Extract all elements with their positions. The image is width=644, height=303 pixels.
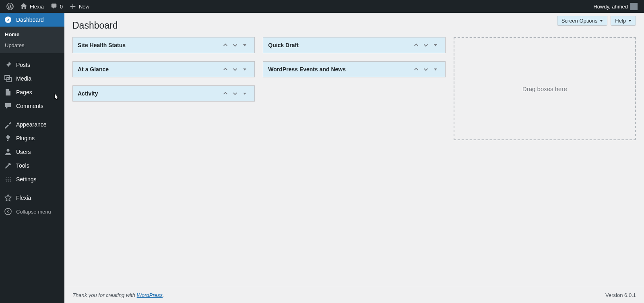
move-down-button[interactable] — [230, 40, 240, 50]
sidebar-subitem-home[interactable]: Home — [0, 29, 64, 40]
sidebar-item-label: Flexia — [16, 195, 31, 201]
plus-icon — [69, 3, 76, 10]
sidebar-item-label: Dashboard — [16, 17, 44, 23]
collapse-icon — [4, 208, 12, 216]
site-name-menu[interactable]: Flexia — [17, 0, 47, 13]
chevron-down-icon — [600, 20, 603, 22]
sidebar-item-pages[interactable]: Pages — [0, 85, 64, 99]
avatar — [630, 3, 638, 10]
dashboard-widgets: Site Health Status At a Glance — [72, 37, 636, 140]
comment-count: 0 — [60, 4, 63, 10]
widget-column-1: Site Health Status At a Glance — [72, 37, 255, 102]
sidebar-item-label: Plugins — [16, 135, 35, 141]
pin-icon — [4, 61, 12, 69]
page-title: Dashboard — [72, 13, 636, 37]
caret-down-icon — [434, 68, 437, 71]
sidebar-item-appearance[interactable]: Appearance — [0, 118, 64, 131]
new-label: New — [79, 4, 89, 10]
sidebar-item-label: Appearance — [16, 121, 47, 128]
caret-down-icon — [243, 44, 246, 46]
plugins-icon — [4, 134, 12, 142]
comments-icon — [4, 102, 12, 110]
widget-title: Site Health Status — [78, 42, 221, 48]
wordpress-link[interactable]: WordPress — [137, 292, 163, 298]
footer: Thank you for creating with WordPress. V… — [64, 287, 644, 303]
widget-title: WordPress Events and News — [268, 66, 411, 73]
widget-activity[interactable]: Activity — [72, 85, 255, 102]
sidebar-item-settings[interactable]: Settings — [0, 172, 64, 186]
move-up-button[interactable] — [221, 89, 230, 98]
tools-icon — [4, 162, 12, 170]
collapse-menu-button[interactable]: Collapse menu — [0, 205, 64, 218]
help-button[interactable]: Help — [611, 16, 636, 26]
move-up-button[interactable] — [221, 64, 230, 74]
sidebar-item-users[interactable]: Users — [0, 145, 64, 159]
move-down-button[interactable] — [230, 89, 240, 98]
widget-column-3-dropzone[interactable]: Drag boxes here — [454, 37, 636, 140]
caret-down-icon — [243, 93, 246, 95]
widget-title: Activity — [78, 90, 221, 97]
admin-bar: Flexia 0 New Howdy, ahmed — [0, 0, 644, 13]
move-up-button[interactable] — [221, 40, 230, 50]
main-content: Screen Options Help Dashboard Site Healt… — [64, 13, 644, 303]
toggle-panel-button[interactable] — [431, 64, 440, 74]
move-down-button[interactable] — [230, 64, 240, 74]
chevron-down-icon — [628, 20, 632, 22]
sidebar-item-label: Tools — [16, 162, 29, 169]
sidebar-item-dashboard[interactable]: Dashboard — [0, 13, 64, 27]
page-icon — [4, 88, 12, 96]
new-content-menu[interactable]: New — [66, 0, 93, 13]
widget-column-2: Quick Draft WordPress Events and News — [263, 37, 445, 77]
comments-menu[interactable]: 0 — [47, 0, 66, 13]
sidebar-item-comments[interactable]: Comments — [0, 99, 64, 113]
svg-point-1 — [8, 79, 9, 80]
sidebar-submenu: Home Updates — [0, 27, 64, 53]
sidebar-subitem-updates[interactable]: Updates — [0, 40, 64, 51]
caret-down-icon — [434, 44, 437, 46]
widget-quick-draft[interactable]: Quick Draft — [263, 37, 445, 53]
sidebar-item-media[interactable]: Media — [0, 72, 64, 85]
sidebar-item-label: Comments — [16, 103, 43, 109]
appearance-icon — [4, 120, 12, 129]
toggle-panel-button[interactable] — [431, 40, 440, 50]
sidebar-item-label: Media — [16, 75, 31, 82]
widget-at-a-glance[interactable]: At a Glance — [72, 61, 255, 77]
sidebar-item-label: Users — [16, 149, 31, 155]
media-icon — [4, 75, 12, 83]
sidebar-item-label: Posts — [16, 62, 30, 68]
toggle-panel-button[interactable] — [240, 89, 250, 98]
sidebar-item-plugins[interactable]: Plugins — [0, 131, 64, 145]
move-down-button[interactable] — [421, 64, 431, 74]
flexia-icon — [4, 194, 12, 202]
widget-title: Quick Draft — [268, 42, 411, 48]
wordpress-icon — [6, 3, 14, 10]
screen-options-button[interactable]: Screen Options — [557, 16, 608, 26]
toggle-panel-button[interactable] — [240, 64, 250, 74]
move-up-button[interactable] — [411, 64, 421, 74]
widget-wp-events-news[interactable]: WordPress Events and News — [263, 61, 445, 77]
widget-site-health[interactable]: Site Health Status — [72, 37, 255, 53]
move-down-button[interactable] — [421, 40, 431, 50]
sidebar-item-flexia[interactable]: Flexia — [0, 191, 64, 205]
sidebar-item-tools[interactable]: Tools — [0, 159, 64, 172]
admin-sidebar: Dashboard Home Updates Posts Media Pages… — [0, 13, 64, 303]
dropzone[interactable]: Drag boxes here — [454, 37, 636, 140]
site-name: Flexia — [30, 4, 44, 10]
svg-point-3 — [5, 208, 11, 215]
greeting: Howdy, ahmed — [593, 4, 628, 10]
wp-logo-menu[interactable] — [3, 0, 17, 13]
sidebar-item-label: Settings — [16, 176, 37, 183]
settings-icon — [4, 175, 12, 183]
users-icon — [4, 148, 12, 156]
contextual-buttons: Screen Options Help — [557, 16, 636, 26]
move-up-button[interactable] — [411, 40, 421, 50]
sidebar-item-posts[interactable]: Posts — [0, 58, 64, 72]
comment-icon — [50, 3, 58, 10]
home-icon — [20, 3, 27, 10]
footer-version: Version 6.0.1 — [605, 292, 636, 298]
collapse-label: Collapse menu — [16, 209, 51, 215]
account-menu[interactable]: Howdy, ahmed — [588, 0, 641, 13]
footer-thanks: Thank you for creating with WordPress. — [72, 292, 164, 298]
dashboard-icon — [4, 16, 12, 24]
toggle-panel-button[interactable] — [240, 40, 250, 50]
